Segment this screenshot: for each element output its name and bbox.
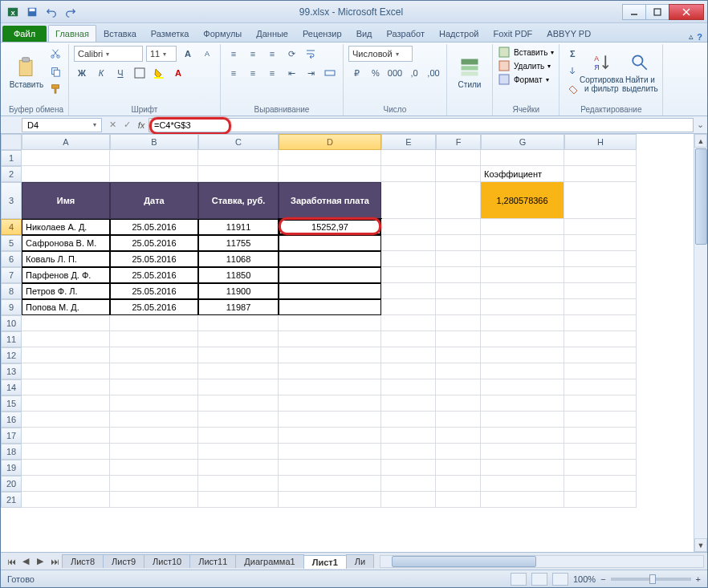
undo-icon[interactable]	[43, 3, 60, 21]
row-header[interactable]: 5	[1, 235, 22, 251]
paste-button[interactable]: Вставить	[9, 46, 44, 99]
tab-developer[interactable]: Разработ	[380, 25, 432, 42]
autosum-icon[interactable]: Σ	[564, 46, 580, 62]
tab-addins[interactable]: Надстрой	[432, 25, 486, 42]
ribbon-minimize-icon[interactable]: ▵	[689, 31, 694, 42]
row-header[interactable]: 1	[1, 150, 22, 166]
zoom-slider[interactable]	[611, 578, 691, 581]
border-icon[interactable]	[132, 65, 148, 81]
cell-salary-selected[interactable]: 15252,97	[279, 219, 381, 235]
align-right-icon[interactable]: ≡	[264, 65, 280, 81]
find-select-button[interactable]: Найти и выделить	[622, 46, 657, 99]
col-header[interactable]: H	[564, 134, 637, 150]
sort-filter-button[interactable]: АЯ Сортировка и фильтр	[584, 46, 619, 99]
name-box[interactable]: D4▾	[22, 118, 102, 132]
select-all-corner[interactable]	[1, 134, 22, 150]
sheet-tab[interactable]: Диаграмма1	[235, 554, 303, 568]
increase-decimal-icon[interactable]: ,0	[406, 65, 422, 81]
row-header[interactable]: 7	[1, 267, 22, 283]
sheet-tab[interactable]: Лист9	[103, 554, 144, 568]
col-header[interactable]: C	[198, 134, 279, 150]
col-header[interactable]: D	[279, 134, 381, 150]
cell-date[interactable]: 25.05.2016	[110, 219, 198, 235]
row-header[interactable]: 8	[1, 283, 22, 299]
decrease-decimal-icon[interactable]: ,00	[425, 65, 441, 81]
row-header[interactable]: 4	[1, 219, 22, 235]
fx-icon[interactable]: fx	[134, 120, 149, 130]
tab-abbyy[interactable]: ABBYY PD	[539, 25, 598, 42]
increase-font-icon[interactable]: A	[180, 46, 196, 62]
sheet-nav-first-icon[interactable]: ⏮	[4, 554, 18, 569]
decrease-indent-icon[interactable]: ⇤	[283, 65, 299, 81]
cell-name[interactable]: Николаев А. Д.	[22, 219, 110, 235]
row-header[interactable]: 6	[1, 251, 22, 267]
align-top-icon[interactable]: ≡	[226, 46, 242, 62]
tab-home[interactable]: Главная	[48, 25, 96, 42]
page-break-view-icon[interactable]	[552, 573, 568, 586]
insert-cells-button[interactable]: Вставить▾	[498, 46, 554, 59]
col-header[interactable]: G	[481, 134, 564, 150]
formula-bar[interactable]: =C4*G$3	[149, 118, 694, 132]
sheet-tab[interactable]: Лист10	[144, 554, 190, 568]
align-bot-icon[interactable]: ≡	[264, 46, 280, 62]
header-name[interactable]: Имя	[22, 182, 110, 219]
delete-cells-button[interactable]: Удалить▾	[498, 59, 551, 72]
sheet-nav-next-icon[interactable]: ▶	[33, 554, 47, 569]
zoom-out-icon[interactable]: −	[600, 574, 605, 584]
align-mid-icon[interactable]: ≡	[245, 46, 261, 62]
decrease-font-icon[interactable]: A	[199, 46, 215, 62]
clear-icon[interactable]	[564, 81, 580, 97]
minimize-button[interactable]	[622, 4, 646, 20]
coef-value-cell[interactable]: 1,280578366	[481, 182, 564, 219]
tab-review[interactable]: Рецензир	[295, 25, 349, 42]
sheet-tab[interactable]: Лист8	[62, 554, 104, 568]
number-format-combo[interactable]: Числовой▾	[348, 46, 413, 62]
orientation-icon[interactable]: ⟳	[283, 46, 299, 62]
coef-label-cell[interactable]: Коэффициент	[481, 166, 564, 182]
fill-color-icon[interactable]	[151, 65, 167, 81]
sheet-tab[interactable]: Ли	[346, 554, 374, 568]
grid[interactable]: A B C D E F G H 1 2 Коэффициент 3 Имя Да…	[1, 134, 694, 508]
col-header[interactable]: F	[436, 134, 481, 150]
col-header[interactable]: B	[110, 134, 198, 150]
page-layout-view-icon[interactable]	[531, 573, 547, 586]
format-cells-button[interactable]: Формат▾	[498, 73, 549, 86]
copy-icon[interactable]	[47, 63, 63, 79]
sheet-tab-active[interactable]: Лист1	[303, 555, 347, 569]
save-icon[interactable]	[23, 3, 41, 21]
comma-icon[interactable]: 000	[387, 65, 403, 81]
sheet-tab[interactable]: Лист11	[189, 554, 236, 568]
align-center-icon[interactable]: ≡	[245, 65, 261, 81]
header-rate[interactable]: Ставка, руб.	[198, 182, 279, 219]
tab-insert[interactable]: Вставка	[96, 25, 144, 42]
cancel-formula-icon[interactable]: ✕	[105, 120, 120, 130]
row-header[interactable]: 9	[1, 299, 22, 315]
help-icon[interactable]: ?	[697, 32, 702, 42]
zoom-in-icon[interactable]: +	[696, 574, 701, 584]
tab-layout[interactable]: Разметка	[144, 25, 197, 42]
horizontal-scrollbar[interactable]	[380, 555, 704, 568]
increase-indent-icon[interactable]: ⇥	[303, 65, 319, 81]
tab-foxit[interactable]: Foxit PDF	[486, 25, 539, 42]
wrap-text-icon[interactable]	[303, 46, 319, 62]
vertical-scrollbar[interactable]: ▲ ▼	[694, 134, 707, 552]
row-header[interactable]: 2	[1, 166, 22, 182]
zoom-level[interactable]: 100%	[573, 574, 596, 584]
styles-button[interactable]: Стили	[452, 46, 487, 99]
tab-formulas[interactable]: Формулы	[196, 25, 249, 42]
col-header[interactable]: E	[381, 134, 436, 150]
maximize-button[interactable]	[645, 4, 669, 20]
percent-icon[interactable]: %	[368, 65, 384, 81]
cut-icon[interactable]	[47, 46, 63, 62]
row-header[interactable]: 3	[1, 182, 22, 219]
normal-view-icon[interactable]	[511, 573, 527, 586]
expand-formula-icon[interactable]: ⌄	[694, 120, 707, 130]
bold-icon[interactable]: Ж	[74, 65, 90, 81]
fill-icon[interactable]	[564, 63, 580, 79]
header-salary[interactable]: Заработная плата	[279, 182, 381, 219]
sheet-nav-last-icon[interactable]: ⏭	[47, 554, 62, 569]
enter-formula-icon[interactable]: ✓	[120, 120, 134, 130]
tab-view[interactable]: Вид	[349, 25, 380, 42]
font-name-combo[interactable]: Calibri▾	[74, 46, 143, 62]
format-painter-icon[interactable]	[47, 81, 63, 97]
